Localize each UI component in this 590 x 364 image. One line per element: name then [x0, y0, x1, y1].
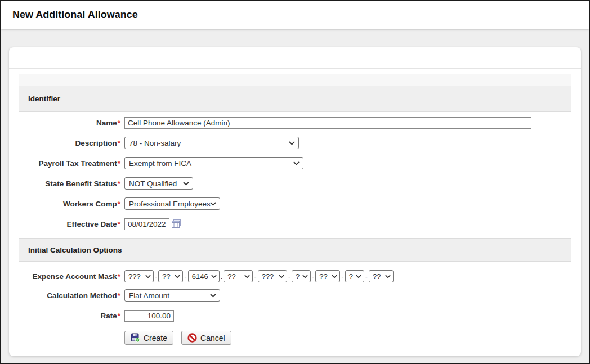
calendar-icon[interactable]	[172, 219, 181, 228]
row-description: Description* 78 - Non-salary	[19, 137, 571, 149]
required-asterisk: *	[118, 139, 120, 147]
workers-comp-label: Workers Comp*	[19, 200, 120, 208]
rate-label: Rate*	[19, 312, 120, 320]
chevron-down-icon	[210, 202, 216, 206]
required-asterisk: *	[118, 272, 120, 281]
create-button-label: Create	[144, 334, 167, 343]
chevron-down-icon	[385, 275, 391, 278]
row-payroll-tax-treatment: Payroll Tax Treatment* Exempt from FICA	[19, 157, 571, 169]
page-body: Identifier Name* Description* 78 - Non-s…	[1, 29, 589, 363]
mask-separator: -	[340, 272, 345, 281]
calc-rows: Expense Account Mask* ??? - ?? - 6146 . …	[19, 262, 571, 345]
effective-date-label: Effective Date*	[19, 220, 120, 228]
mask-separator: -	[253, 272, 257, 281]
row-effective-date: Effective Date*	[19, 218, 571, 230]
calculation-method-label: Calculation Method*	[19, 291, 120, 300]
row-calculation-method: Calculation Method* Flat Amount	[19, 289, 571, 302]
mask-separator: .	[220, 272, 224, 281]
chevron-down-icon	[289, 141, 295, 145]
row-workers-comp: Workers Comp* Professional Employees	[19, 197, 571, 210]
rate-input[interactable]	[124, 310, 174, 322]
form-header-strip	[19, 74, 571, 86]
page-header: New Additional Allowance	[1, 1, 589, 29]
payroll-tax-treatment-select[interactable]: Exempt from FICA	[124, 157, 303, 169]
expense-account-mask-label: Expense Account Mask*	[19, 272, 120, 281]
chevron-down-icon	[210, 294, 216, 298]
section-identifier: Identifier	[19, 86, 571, 112]
mask-segment-3-select[interactable]: 6146	[188, 270, 220, 282]
row-state-benefit-status: State Benefit Status* NOT Qualified	[19, 177, 571, 190]
required-asterisk: *	[118, 291, 120, 300]
mask-segment-8-select[interactable]: ?	[345, 270, 364, 282]
create-button[interactable]: Create	[124, 331, 173, 345]
description-label: Description*	[19, 139, 120, 147]
calculation-method-select[interactable]: Flat Amount	[124, 289, 220, 302]
chevron-down-icon	[302, 275, 308, 278]
mask-segment-7-select[interactable]: ??	[315, 270, 340, 282]
chevron-down-icon	[211, 275, 217, 278]
mask-separator: -	[311, 272, 315, 281]
save-disk-icon	[131, 333, 140, 343]
prohibition-icon	[187, 333, 197, 343]
mask-segment-4-select[interactable]: ??	[224, 270, 253, 282]
name-label: Name*	[19, 119, 120, 127]
required-asterisk: *	[118, 179, 120, 188]
chevron-down-icon	[356, 275, 361, 278]
chevron-down-icon	[244, 275, 250, 278]
workers-comp-select[interactable]: Professional Employees	[124, 197, 220, 210]
row-rate: Rate*	[19, 309, 571, 322]
cancel-button-label: Cancel	[200, 334, 225, 343]
name-input[interactable]	[124, 117, 531, 129]
payroll-tax-treatment-label: Payroll Tax Treatment*	[19, 159, 120, 168]
chevron-down-icon	[183, 182, 189, 186]
chevron-down-icon	[332, 275, 337, 278]
mask-separator: -	[154, 272, 158, 281]
payroll-tax-treatment-select-value: Exempt from FICA	[129, 159, 191, 168]
required-asterisk: *	[118, 159, 120, 168]
mask-separator: -	[364, 272, 369, 281]
chevron-down-icon	[293, 161, 300, 165]
mask-segment-9-select[interactable]: ??	[369, 270, 394, 282]
section-identifier-title: Identifier	[28, 95, 60, 103]
row-expense-account-mask: Expense Account Mask* ??? - ?? - 6146 . …	[19, 270, 571, 282]
chevron-down-icon	[175, 275, 180, 278]
required-asterisk: *	[118, 200, 120, 208]
state-benefit-status-select-value: NOT Qualified	[129, 179, 177, 188]
page-title: New Additional Allowance	[12, 9, 138, 21]
mask-separator: -	[183, 272, 187, 281]
mask-separator: -	[287, 272, 292, 281]
mask-segment-2-select[interactable]: ??	[158, 270, 183, 282]
mask-segment-6-select[interactable]: ?	[292, 270, 311, 282]
form-container: Identifier Name* Description* 78 - Non-s…	[19, 74, 571, 345]
calculation-method-select-value: Flat Amount	[129, 291, 169, 300]
form-card: Identifier Name* Description* 78 - Non-s…	[9, 47, 581, 356]
section-initial-calculation-options: Initial Calculation Options	[19, 238, 571, 262]
required-asterisk: *	[118, 220, 120, 228]
workers-comp-select-value: Professional Employees	[129, 200, 211, 208]
chevron-down-icon	[279, 275, 284, 278]
mask-segment-5-select[interactable]: ???	[258, 270, 287, 282]
cancel-button[interactable]: Cancel	[181, 331, 231, 345]
effective-date-input[interactable]	[124, 218, 169, 230]
state-benefit-status-label: State Benefit Status*	[19, 179, 120, 188]
state-benefit-status-select[interactable]: NOT Qualified	[124, 177, 193, 190]
required-asterisk: *	[118, 119, 120, 127]
card-divider	[9, 68, 581, 69]
required-asterisk: *	[118, 312, 120, 320]
identifier-rows: Name* Description* 78 - Non-salary Payro…	[19, 112, 571, 230]
description-select[interactable]: 78 - Non-salary	[124, 137, 299, 149]
description-select-value: 78 - Non-salary	[129, 139, 181, 147]
section-initial-calculation-options-title: Initial Calculation Options	[28, 246, 122, 254]
row-name: Name*	[19, 116, 571, 129]
chevron-down-icon	[145, 275, 151, 278]
form-actions: Create Cancel	[124, 330, 571, 345]
mask-segment-1-select[interactable]: ???	[124, 270, 154, 282]
